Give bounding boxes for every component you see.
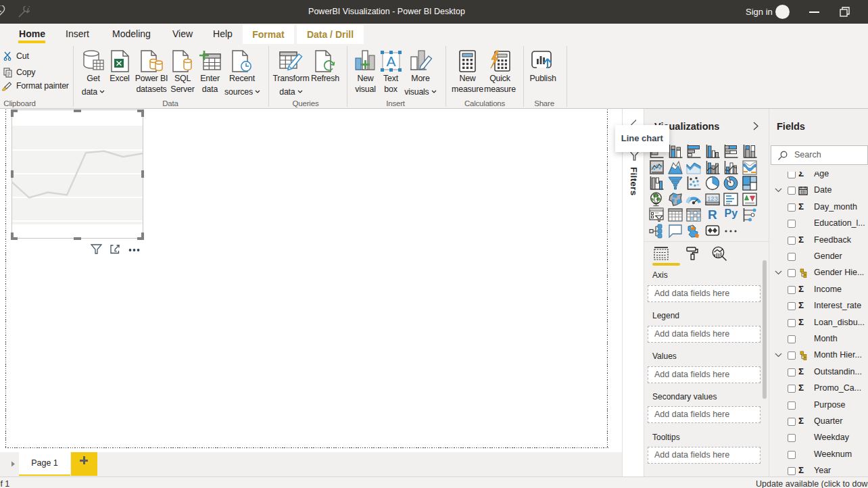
- svg-text:A: A: [386, 53, 395, 69]
- svg-text:123: 123: [707, 195, 718, 202]
